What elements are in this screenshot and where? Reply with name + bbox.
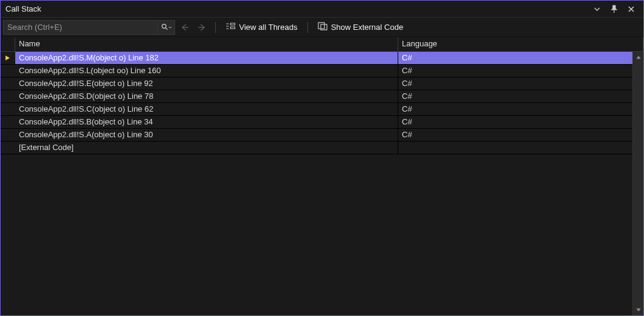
frame-language: C#	[398, 103, 632, 115]
frame-name: ConsoleApp2.dll!S.D(object o) Line 78	[15, 90, 398, 102]
table-header: Name Language	[1, 37, 643, 52]
search-box	[3, 20, 175, 35]
frame-gutter	[1, 116, 15, 128]
svg-point-0	[162, 24, 165, 27]
stack-frame-row[interactable]: ConsoleApp2.dll!S.D(object o) Line 78C#	[1, 90, 632, 103]
nav-forward-button[interactable]	[195, 20, 209, 35]
stack-frame-row[interactable]: ConsoleApp2.dll!S.M(object o) Line 182C#	[1, 52, 632, 65]
frame-gutter	[1, 142, 15, 154]
scroll-track[interactable]	[633, 63, 643, 304]
stack-frame-row[interactable]: ConsoleApp2.dll!S.B(object o) Line 34C#	[1, 116, 632, 129]
frame-language: C#	[398, 129, 632, 141]
external-code-icon	[318, 22, 327, 32]
close-button[interactable]	[623, 2, 640, 16]
panel-toolbar: View all Threads Show External Code	[1, 18, 643, 37]
stack-frame-row[interactable]: ConsoleApp2.dll!S.C(object o) Line 62C#	[1, 103, 632, 116]
frame-language: C#	[398, 52, 632, 64]
header-gutter	[1, 37, 15, 51]
pin-button[interactable]	[606, 2, 623, 16]
current-frame-icon	[4, 54, 12, 62]
panel-titlebar: Call Stack	[1, 1, 643, 18]
nav-back-button[interactable]	[177, 20, 192, 35]
scroll-down-button[interactable]	[633, 304, 643, 315]
panel-options-button[interactable]	[589, 2, 606, 16]
frame-name: ConsoleApp2.dll!S.L(object oo) Line 160	[15, 65, 398, 77]
frame-gutter	[1, 103, 15, 115]
toolbar-separator	[307, 22, 308, 33]
vertical-scrollbar[interactable]	[632, 52, 643, 315]
stack-frame-row[interactable]: ConsoleApp2.dll!S.A(object o) Line 30C#	[1, 129, 632, 142]
svg-rect-1	[318, 23, 324, 29]
frame-language: C#	[398, 116, 632, 128]
frame-gutter	[1, 129, 15, 141]
search-input[interactable]	[4, 21, 157, 34]
frame-gutter	[1, 90, 15, 102]
panel-title: Call Stack	[4, 4, 589, 13]
search-options-button[interactable]	[157, 21, 174, 34]
column-header-name[interactable]: Name	[15, 37, 398, 51]
frame-gutter	[1, 77, 15, 90]
show-external-code-label: Show External Code	[331, 23, 404, 32]
threads-icon	[226, 22, 235, 32]
view-all-threads-button[interactable]: View all Threads	[222, 20, 301, 35]
stack-frame-row[interactable]: ConsoleApp2.dll!S.E(object o) Line 92C#	[1, 77, 632, 90]
frame-language: C#	[398, 65, 632, 77]
frame-name: [External Code]	[15, 142, 398, 154]
view-all-threads-label: View all Threads	[239, 23, 298, 32]
column-header-language[interactable]: Language	[398, 37, 643, 51]
frame-language: C#	[398, 90, 632, 102]
scroll-up-button[interactable]	[633, 52, 643, 63]
svg-rect-2	[321, 24, 327, 30]
call-stack-panel: Call Stack	[0, 0, 644, 316]
frame-language: C#	[398, 77, 632, 90]
frame-name: ConsoleApp2.dll!S.E(object o) Line 92	[15, 77, 398, 90]
frame-name: ConsoleApp2.dll!S.A(object o) Line 30	[15, 129, 398, 141]
stack-frame-row[interactable]: [External Code]	[1, 142, 632, 154]
show-external-code-button[interactable]: Show External Code	[314, 20, 407, 35]
frame-gutter	[1, 52, 15, 64]
frame-gutter	[1, 65, 15, 77]
frame-language	[398, 142, 632, 154]
table-body: ConsoleApp2.dll!S.M(object o) Line 182C#…	[1, 52, 643, 315]
toolbar-separator	[215, 22, 216, 33]
frame-name: ConsoleApp2.dll!S.M(object o) Line 182	[15, 52, 398, 64]
frame-name: ConsoleApp2.dll!S.B(object o) Line 34	[15, 116, 398, 128]
frame-name: ConsoleApp2.dll!S.C(object o) Line 62	[15, 103, 398, 115]
stack-frame-row[interactable]: ConsoleApp2.dll!S.L(object oo) Line 160C…	[1, 65, 632, 77]
